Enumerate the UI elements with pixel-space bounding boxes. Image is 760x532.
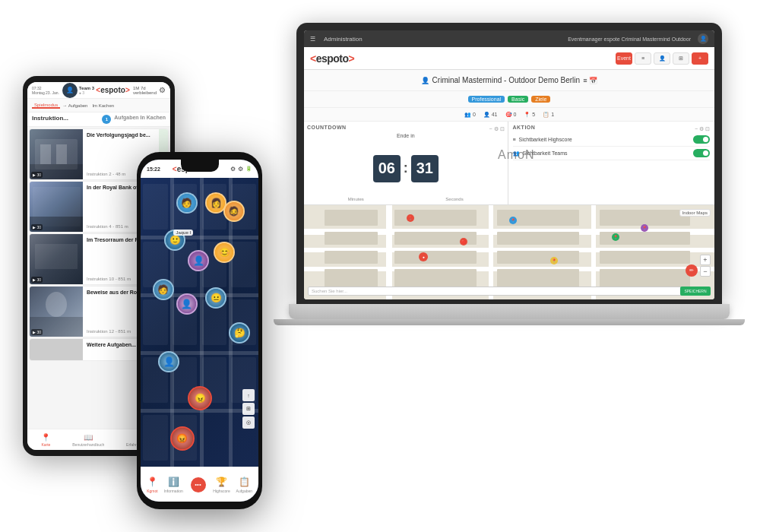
phone-tab-info[interactable]: ℹ️ Information — [164, 477, 183, 493]
phone-pin-enemy-2[interactable]: 😡 — [170, 426, 195, 451]
phone-pin-enemy[interactable]: 😠 — [188, 386, 212, 410]
item-badge-1: ▶ 30 — [31, 172, 43, 178]
amon-text: AmoN — [498, 148, 534, 162]
list-button[interactable]: ≡ — [635, 52, 651, 65]
phone-settings-icon[interactable]: ⚙ — [230, 166, 236, 173]
map-search-bar[interactable]: Suchen Sie hier... — [308, 287, 695, 296]
more-button[interactable]: ••• — [189, 476, 207, 494]
tablet-timer: 1M 7d verbleibend — [133, 86, 157, 95]
add-button[interactable]: + — [692, 52, 708, 65]
map-zoom-controls: + − — [700, 255, 711, 277]
phone-gear-icon[interactable]: ⚙ — [238, 166, 243, 173]
tablet-tab-karte[interactable]: 📍 Karte — [41, 433, 50, 447]
tablet-team-label: Team 3 — [79, 86, 94, 90]
zoom-out-button[interactable]: − — [700, 266, 711, 277]
pin-face-8: 👤 — [178, 295, 196, 313]
map-edit-button[interactable]: ✏ — [686, 264, 698, 277]
espoto-logo: <espoto> — [310, 52, 354, 65]
aufgaben-tab-icon: 📋 — [239, 477, 250, 487]
map-search-placeholder: Suchen Sie hier... — [312, 289, 347, 293]
tablet-timer-label: verbleibend — [133, 90, 157, 95]
countdown-expand[interactable]: ⊡ — [500, 126, 505, 132]
countdown-seconds: 31 — [411, 155, 439, 182]
zoom-in-button[interactable]: + — [700, 255, 711, 265]
item-badge-2: ▶ 30 — [31, 224, 43, 230]
compass-location[interactable]: ◎ — [242, 416, 255, 429]
laptop-foot — [274, 319, 745, 325]
countdown-settings[interactable]: ⚙ — [494, 126, 499, 132]
countdown-minus[interactable]: − — [489, 126, 492, 132]
tablet-item-img-5 — [30, 339, 83, 360]
user-icon-title: 👤 — [421, 77, 429, 84]
tag-basic: Basic — [508, 96, 528, 103]
phone-body: 15:22 <espoto> ⚙ ⚙ 🔋 — [137, 152, 262, 509]
phone-pin-7[interactable]: 🧑 — [153, 279, 174, 300]
map-pin-2[interactable]: 📍 — [509, 217, 517, 224]
phone-device: 15:22 <espoto> ⚙ ⚙ 🔋 — [137, 152, 262, 509]
map-background: 📍 📍 🔴 📍 📍 📍 ● Indoor Maps + − — [304, 205, 714, 299]
compass-north[interactable]: ↑ — [242, 389, 255, 401]
stat-items1: 🎯 0 — [505, 112, 517, 118]
pin-face-5: 👤 — [189, 252, 207, 270]
admin-label: Administration — [324, 36, 363, 43]
action-expand[interactable]: ⊡ — [705, 126, 710, 132]
laptop-map: 📍 📍 🔴 📍 📍 📍 ● Indoor Maps + − — [304, 205, 714, 299]
tag-professional: Professional — [468, 96, 505, 103]
map-save-button[interactable]: SPEICHERN — [680, 287, 711, 296]
title-bar: 👤 Criminal Mastermind - Outdoor Demo Ber… — [304, 70, 714, 91]
handbuch-label: Benutzerhandbuch — [72, 442, 104, 447]
info-tab-icon: ℹ️ — [168, 477, 179, 487]
tablet-nav-item-3[interactable]: Im Kachen — [90, 103, 116, 108]
pin-face-enemy-2: 😡 — [172, 428, 193, 449]
compass-layers[interactable]: ⊞ — [242, 403, 255, 415]
phone-battery-icon: 🔋 — [245, 166, 252, 172]
action-widget: AKTION − ⚙ ⊡ ≡ Sichtbarkeit Highscore — [508, 122, 715, 204]
karte-label: Karte — [41, 442, 50, 447]
stats-bar: 👥 0 👤 41 🎯 0 📍 5 📋 1 — [304, 108, 714, 122]
phone-tab-highscore[interactable]: 🏆 Highscore — [213, 477, 230, 493]
tablet-section-title: Instruktion... 1 Aufgaben In Kachen — [27, 112, 170, 127]
action-minus[interactable]: − — [695, 126, 698, 132]
section-nav: Aufgaben In Kachen — [114, 115, 166, 124]
phone-pin-6[interactable]: 😊 — [214, 242, 235, 263]
toggle-highscore[interactable] — [693, 135, 710, 144]
user-label: Eventmanager espote Criminal Mastermind … — [568, 36, 691, 42]
map-road-v3 — [591, 205, 596, 299]
phone-tab-aufgaben[interactable]: 📋 Aufgaben — [236, 477, 252, 493]
tablet-nav-item-2[interactable]: → Aufgaben — [60, 103, 90, 108]
phone-time: 15:22 — [147, 166, 160, 172]
aufgaben-tab-label: Aufgaben — [236, 489, 252, 493]
section-title-text: Instruktion... — [32, 115, 68, 122]
phone-pin-1[interactable]: 🧑 — [176, 192, 198, 214]
phone-pin-8[interactable]: 👤 — [176, 293, 198, 315]
tablet-settings-icon[interactable]: ⚙ — [159, 86, 166, 94]
pin-face-6: 😊 — [215, 243, 233, 261]
tablet-logo: <espoto> — [96, 86, 129, 94]
tablet-nav-item-1[interactable]: Spielmodus — [32, 103, 60, 109]
action-settings[interactable]: ⚙ — [699, 126, 704, 132]
widgets-row: COUNTDOWN − ⚙ ⊡ Ende in 06 : — [304, 122, 714, 205]
list-icon-title: ≡ — [583, 77, 587, 84]
tablet-topbar: 07:32 Montag 23. Jan. 👤 Team 3 ● 3 <espo… — [27, 82, 170, 99]
minutes-label: Minutes — [348, 197, 364, 201]
phone-pin-3[interactable]: 🧔 — [223, 201, 245, 222]
phone-pin-5[interactable]: 👤 — [188, 250, 209, 271]
phone-map: 🧑 👩 🧔 🙂 👤 😊 — [141, 178, 258, 467]
hamburger-icon[interactable]: ☰ — [310, 36, 315, 43]
countdown-header: COUNTDOWN — [307, 125, 347, 130]
countdown-minutes: 06 — [373, 155, 401, 182]
map-block-1 — [325, 210, 378, 226]
section-btn-1[interactable]: 1 — [102, 115, 111, 124]
user-button[interactable]: 👤 — [654, 52, 670, 65]
toggle-teams[interactable] — [693, 149, 710, 157]
p-block-17 — [143, 415, 168, 461]
phone-tab-karte[interactable]: 📍 Kgmot — [147, 477, 158, 493]
event-button[interactable]: Event — [616, 52, 632, 65]
tablet-item-img-2: ▶ 30 — [30, 182, 83, 232]
countdown-display: 06 : 31 — [307, 141, 505, 195]
p-block-8 — [231, 242, 256, 288]
grid-button[interactable]: ⊞ — [673, 52, 689, 65]
tablet-tab-handbuch[interactable]: 📖 Benutzerhandbuch — [72, 433, 104, 447]
map-road-v1 — [386, 205, 392, 299]
map-pin-purple[interactable]: 📍 — [641, 224, 648, 232]
